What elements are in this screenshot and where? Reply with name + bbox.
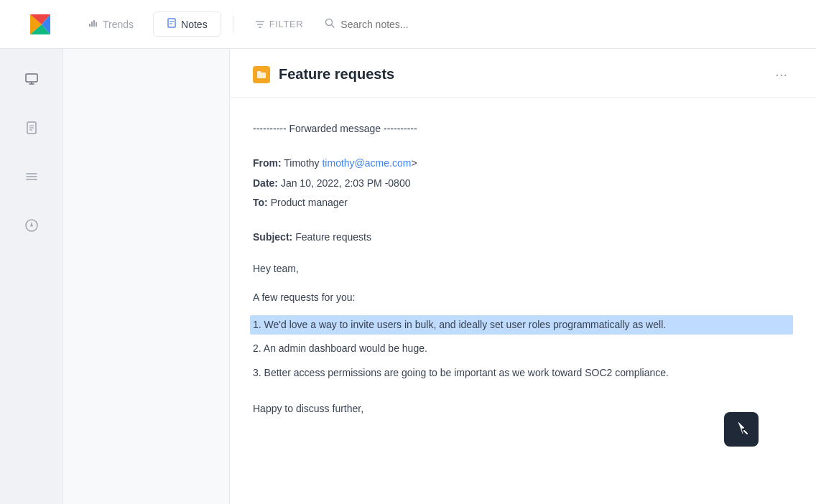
notes-panel <box>63 49 230 504</box>
folder-icon <box>253 66 270 83</box>
svg-rect-7 <box>96 22 97 27</box>
app-logo-icon <box>27 11 53 37</box>
sidebar-item-menu[interactable] <box>19 164 45 190</box>
date-value: Jan 10, 2022, 2:03 PM -0800 <box>281 177 411 189</box>
request-3-text: Better access permissions are going to b… <box>264 367 669 378</box>
ai-cursor-icon <box>734 421 748 439</box>
more-options-button[interactable]: ··· <box>769 63 793 85</box>
filter-icon <box>255 19 265 29</box>
date-label: Date: <box>253 177 278 189</box>
request-list: 1. We'd love a way to invite users in bu… <box>253 315 793 383</box>
sidebar-item-compass[interactable] <box>19 213 45 238</box>
svg-rect-6 <box>93 20 95 27</box>
email-closing: Happy to discuss further, <box>253 401 793 418</box>
note-header: Feature requests ··· <box>230 49 816 98</box>
logo-area <box>11 11 69 37</box>
email-meta: From: Timothy timothy@acme.com> Date: Ja… <box>253 155 793 212</box>
filter-button[interactable]: FILTER <box>245 13 314 35</box>
request-1-text: We'd love a way to invite users in bulk,… <box>264 319 667 330</box>
trends-tab-label: Trends <box>103 19 134 30</box>
to-label: To: <box>253 197 268 208</box>
svg-rect-4 <box>89 24 91 27</box>
note-title: Feature requests <box>279 66 394 83</box>
request-item-2: 2. An admin dashboard would be huge. <box>253 339 793 359</box>
search-area <box>325 18 540 30</box>
forwarded-header: ---------- Forwarded message ---------- <box>253 121 793 138</box>
svg-line-15 <box>332 25 335 28</box>
left-sidebar <box>0 49 63 504</box>
svg-rect-16 <box>26 74 37 82</box>
nav-divider <box>233 16 233 33</box>
email-subject: Subject: Feature requests <box>253 229 793 246</box>
filter-label: FILTER <box>269 19 304 29</box>
request-1-number: 1. <box>253 319 264 330</box>
email-intro: A few requests for you: <box>253 289 793 307</box>
email-date: Date: Jan 10, 2022, 2:03 PM -0800 <box>253 175 793 192</box>
top-navigation: Trends Notes FILTER <box>0 0 816 49</box>
email-from: From: Timothy timothy@acme.com> <box>253 155 793 172</box>
subject-label: Subject: <box>253 231 292 243</box>
from-label: From: <box>253 157 282 169</box>
main-layout: Feature requests ··· ---------- Forwarde… <box>0 49 816 504</box>
notes-tab[interactable]: Notes <box>153 11 221 37</box>
request-2-number: 2. <box>253 342 264 354</box>
sidebar-item-document[interactable] <box>19 115 45 141</box>
trends-icon <box>88 18 98 30</box>
search-icon <box>325 18 335 30</box>
request-item-1: 1. We'd love a way to invite users in bu… <box>250 315 793 335</box>
notes-tab-label: Notes <box>181 19 208 30</box>
from-name: Timothy <box>284 157 322 169</box>
trends-tab[interactable]: Trends <box>75 11 147 37</box>
note-title-area: Feature requests <box>253 66 394 83</box>
sidebar-item-monitor[interactable] <box>19 66 45 92</box>
to-value: Product manager <box>271 197 348 208</box>
request-item-3: 3. Better access permissions are going t… <box>253 363 793 383</box>
search-input[interactable] <box>340 19 540 30</box>
notes-icon <box>167 18 177 30</box>
svg-line-29 <box>744 431 747 434</box>
request-2-text: An admin dashboard would be huge. <box>264 342 427 354</box>
svg-rect-8 <box>168 19 175 27</box>
svg-point-28 <box>31 225 32 226</box>
email-to: To: Product manager <box>253 195 793 212</box>
from-email-link[interactable]: timothy@acme.com <box>322 157 411 169</box>
request-3-number: 3. <box>253 367 264 378</box>
ai-cursor-button[interactable] <box>724 412 759 447</box>
email-greeting: Hey team, <box>253 261 793 278</box>
subject-value: Feature requests <box>295 231 371 243</box>
svg-rect-5 <box>91 22 93 27</box>
